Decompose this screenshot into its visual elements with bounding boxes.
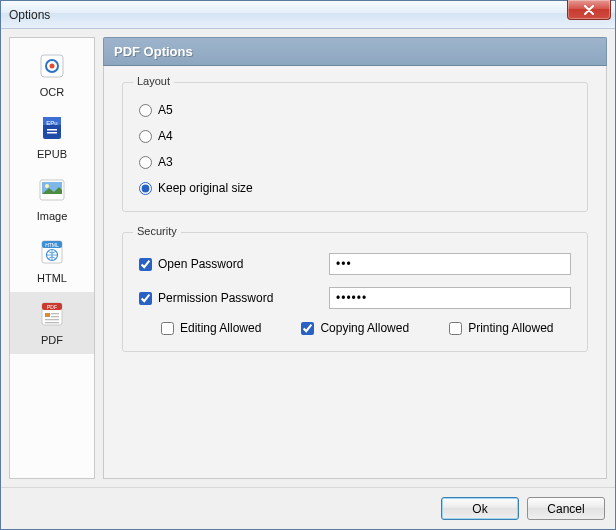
layout-a3-radio[interactable] (139, 156, 152, 169)
close-button[interactable] (567, 0, 611, 20)
layout-group-title: Layout (133, 75, 174, 87)
svg-rect-21 (45, 319, 59, 320)
printing-allowed-checkbox[interactable] (449, 322, 462, 335)
security-group-title: Security (133, 225, 181, 237)
svg-text:PDF: PDF (47, 304, 57, 310)
sidebar-item-label: HTML (37, 272, 67, 284)
image-icon (36, 174, 68, 206)
editing-allowed-label[interactable]: Editing Allowed (180, 321, 261, 335)
open-password-label[interactable]: Open Password (158, 257, 243, 271)
sidebar-item-label: Image (37, 210, 68, 222)
sidebar-item-epub[interactable]: EPu EPUB (10, 106, 94, 168)
layout-a3-label[interactable]: A3 (158, 155, 173, 169)
copying-allowed-label[interactable]: Copying Allowed (320, 321, 409, 335)
permission-password-checkbox[interactable] (139, 292, 152, 305)
sidebar-item-image[interactable]: Image (10, 168, 94, 230)
titlebar: Options (1, 1, 615, 29)
cancel-button[interactable]: Cancel (527, 497, 605, 520)
ocr-icon (36, 50, 68, 82)
dialog-footer: Ok Cancel (1, 487, 615, 529)
layout-a4-radio[interactable] (139, 130, 152, 143)
layout-a5-label[interactable]: A5 (158, 103, 173, 117)
panel-title: PDF Options (103, 37, 607, 66)
layout-a4-label[interactable]: A4 (158, 129, 173, 143)
sidebar-item-ocr[interactable]: OCR (10, 44, 94, 106)
svg-rect-20 (51, 316, 59, 317)
open-password-input[interactable] (329, 253, 571, 275)
sidebar-item-label: EPUB (37, 148, 67, 160)
svg-rect-22 (45, 322, 59, 323)
epub-icon: EPu (36, 112, 68, 144)
svg-point-10 (45, 184, 49, 188)
editing-allowed-checkbox[interactable] (161, 322, 174, 335)
printing-allowed-label[interactable]: Printing Allowed (468, 321, 553, 335)
svg-rect-18 (45, 313, 50, 317)
layout-keep-original-radio[interactable] (139, 182, 152, 195)
open-password-checkbox[interactable] (139, 258, 152, 271)
layout-a5-radio[interactable] (139, 104, 152, 117)
panel-body: Layout A5 A4 A3 Keep o (103, 66, 607, 479)
layout-keep-original-label[interactable]: Keep original size (158, 181, 253, 195)
ok-button[interactable]: Ok (441, 497, 519, 520)
svg-rect-7 (47, 132, 57, 134)
sidebar: OCR EPu EPUB Image HTML HTML (9, 37, 95, 479)
window-title: Options (9, 8, 50, 22)
dialog-body: OCR EPu EPUB Image HTML HTML (1, 29, 615, 487)
sidebar-item-label: PDF (41, 334, 63, 346)
close-icon (583, 5, 595, 15)
layout-group: Layout A5 A4 A3 Keep o (122, 82, 588, 212)
options-dialog: Options OCR EPu EPUB (0, 0, 616, 530)
pdf-icon: PDF (36, 298, 68, 330)
svg-text:HTML: HTML (45, 242, 59, 248)
sidebar-item-label: OCR (40, 86, 64, 98)
options-panel: PDF Options Layout A5 A4 A3 (103, 37, 607, 479)
permission-password-input[interactable] (329, 287, 571, 309)
svg-point-2 (50, 64, 55, 69)
sidebar-item-html[interactable]: HTML HTML (10, 230, 94, 292)
copying-allowed-checkbox[interactable] (301, 322, 314, 335)
security-group: Security Open Password Permission Passwo… (122, 232, 588, 352)
svg-text:EPu: EPu (46, 120, 57, 126)
html-icon: HTML (36, 236, 68, 268)
permission-password-label[interactable]: Permission Password (158, 291, 273, 305)
svg-rect-6 (47, 129, 57, 131)
svg-rect-19 (51, 313, 59, 314)
sidebar-item-pdf[interactable]: PDF PDF (10, 292, 94, 354)
